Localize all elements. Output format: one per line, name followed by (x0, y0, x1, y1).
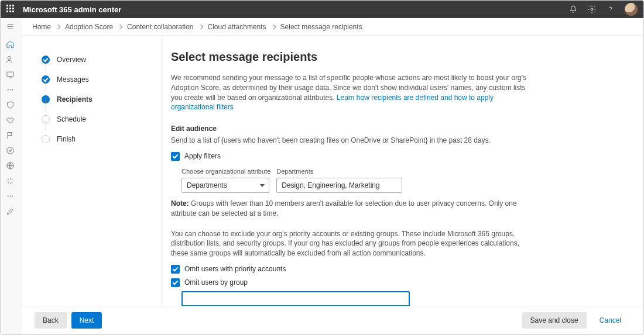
svg-point-10 (12, 195, 13, 196)
cancel-button[interactable]: Cancel (591, 312, 629, 329)
omit-group-checkbox[interactable] (171, 278, 180, 287)
app-launcher-icon[interactable] (6, 5, 16, 14)
omit-group-label: Omit users by group (184, 278, 248, 288)
nav-heart-icon[interactable] (6, 115, 15, 125)
nav-toggle-icon[interactable] (6, 22, 15, 31)
breadcrumb-item[interactable]: Cloud attachments (208, 23, 266, 31)
wizard-steps: Overview Messages Recipients Schedule Fi… (20, 36, 161, 306)
settings-icon[interactable] (587, 5, 597, 14)
step-finish[interactable]: Finish (42, 129, 149, 149)
wizard-footer: Back Next Save and close Cancel (20, 306, 643, 334)
nav-home-icon[interactable] (6, 39, 15, 49)
svg-point-5 (12, 89, 13, 89)
left-nav-rail (1, 18, 20, 334)
breadcrumb-item[interactable]: Adoption Score (65, 23, 113, 31)
breadcrumb: Home Adoption Score Content collaboratio… (20, 18, 643, 36)
main-content: Select message recipients We recommend s… (161, 36, 643, 306)
svg-point-1 (8, 56, 11, 59)
save-close-button[interactable]: Save and close (522, 312, 587, 329)
exclude-description: You can choose to exclude your org's pri… (171, 229, 528, 258)
svg-point-4 (10, 89, 11, 89)
breadcrumb-item[interactable]: Content collaboration (127, 23, 193, 31)
audience-description: Send to a list of {users who haven't bee… (171, 136, 626, 146)
nav-edit-icon[interactable] (6, 206, 15, 216)
user-avatar[interactable] (625, 3, 638, 16)
privacy-note: Note: Groups with fewer than 10 members … (171, 199, 522, 219)
nav-compass-icon[interactable] (6, 146, 15, 155)
back-button[interactable]: Back (35, 312, 67, 329)
nav-users-icon[interactable] (6, 54, 15, 64)
intro-text: We recommend sending your message to a l… (171, 73, 534, 112)
departments-field-label: Departments (276, 167, 402, 176)
attribute-select[interactable]: Departments (181, 178, 269, 193)
attribute-field-label: Choose organizational attribute (181, 167, 270, 176)
page-title: Select message recipients (171, 49, 626, 65)
step-recipients[interactable]: Recipients (42, 89, 149, 109)
svg-point-3 (8, 89, 8, 89)
global-header: Microsoft 365 admin center (1, 1, 643, 18)
step-messages[interactable]: Messages (42, 70, 149, 89)
nav-shield-icon[interactable] (6, 100, 15, 109)
group-search-input[interactable] (181, 291, 410, 306)
next-button[interactable]: Next (71, 312, 102, 329)
svg-rect-2 (7, 72, 13, 77)
svg-point-0 (591, 8, 593, 11)
apply-filters-label: Apply filters (184, 151, 221, 161)
omit-priority-checkbox[interactable] (171, 265, 180, 274)
nav-dots2-icon[interactable] (6, 191, 15, 201)
nav-flag-icon[interactable] (6, 130, 15, 140)
nav-world-icon[interactable] (6, 161, 15, 170)
edit-audience-heading: Edit audience (171, 124, 626, 134)
nav-spark-icon[interactable] (6, 176, 15, 185)
step-overview[interactable]: Overview (42, 50, 149, 70)
svg-point-8 (8, 195, 8, 196)
help-icon[interactable] (606, 5, 615, 14)
svg-point-9 (10, 195, 11, 196)
omit-priority-label: Omit users with priority accounts (184, 264, 286, 274)
notifications-icon[interactable] (568, 5, 578, 14)
apply-filters-checkbox[interactable] (171, 152, 180, 161)
app-title: Microsoft 365 admin center (23, 5, 568, 14)
breadcrumb-item[interactable]: Home (32, 23, 51, 31)
nav-dots-icon[interactable] (6, 85, 15, 94)
nav-devices-icon[interactable] (6, 70, 15, 79)
departments-input[interactable]: Design, Engineering, Marketing (276, 178, 402, 193)
svg-point-6 (7, 147, 13, 153)
breadcrumb-item[interactable]: Select message recipients (280, 23, 362, 31)
step-schedule[interactable]: Schedule (42, 109, 149, 129)
